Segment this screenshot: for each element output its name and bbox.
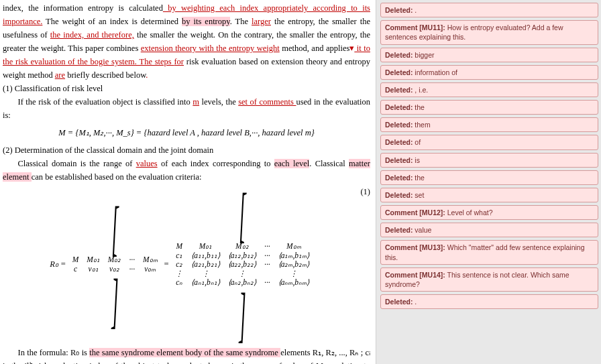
matrix-cell: M (68, 255, 83, 265)
matrix-cell (260, 269, 274, 279)
deleted-balloon[interactable]: Deleted: them (380, 117, 598, 132)
document-body: index, the information entropy is calcul… (0, 0, 376, 364)
paragraph-4: In the formula: R₀ is the same syndrome … (3, 346, 370, 365)
deleted-balloon[interactable]: Deleted: . (380, 3, 598, 17)
balloon-label: Deleted: (385, 121, 413, 129)
paragraph-1: index, the information entropy is calcul… (3, 1, 370, 82)
balloon-label: Deleted: (385, 226, 413, 234)
matrix-right: [ MM₀₁M₀₂···M₀ₘc₁⟨a₁₁,b₁₁⟩⟨a₁₂,b₁₂⟩···⟨a… (171, 188, 313, 342)
deleted-balloon[interactable]: Deleted: . (380, 294, 598, 309)
equation-number: (1) (360, 188, 370, 196)
matrix-cell: M (171, 242, 187, 251)
matrix-cell: ⋮ (224, 269, 260, 279)
balloon-text: , i.e. (413, 86, 428, 94)
matrix-left: [ MM₀₁M₀₂···M₀ₘcv₀₁v₀₂···v₀ₘ ] (68, 201, 162, 328)
deleted-balloon[interactable]: Deleted: of (380, 135, 598, 149)
paragraph-2: If the risk of the evaluation object is … (3, 95, 370, 122)
comment-balloon[interactable]: Comment [MU11]: How is entropy evaluated… (380, 20, 598, 44)
matrix-cell: ⟨a₁₁,b₁₁⟩ (187, 251, 223, 261)
balloon-label: Deleted: (385, 68, 413, 76)
inserted-text: for (174, 57, 184, 66)
comment-balloon[interactable]: Comment [MU13]: Which "matter" add few s… (380, 240, 598, 264)
balloon-label: Comment [MU11]: (385, 23, 445, 32)
matrix-cell: M₀ₘ (139, 255, 162, 265)
matrix-cell: ··· (125, 265, 139, 274)
matrix-cell: cₙ (171, 278, 187, 288)
deleted-balloon[interactable]: Deleted: set (380, 188, 598, 202)
balloon-label: Comment [MU14]: (385, 271, 445, 279)
inserted-text: m (193, 97, 199, 107)
balloon-text: them (413, 121, 430, 129)
matrix-cell: ··· (260, 278, 274, 288)
balloon-text: of (413, 138, 421, 146)
balloon-text: set (413, 191, 424, 199)
deleted-balloon[interactable]: Deleted: the (380, 100, 598, 115)
matrix-cell: ⟨a₂₁,b₂₁⟩ (187, 260, 223, 269)
balloon-text: the (413, 103, 425, 111)
text: In the formula: R₀ is (18, 348, 90, 357)
balloon-label: Deleted: (385, 103, 413, 111)
inserted-text: the index, and therefore, (50, 30, 134, 40)
inserted-text: set of comments (238, 97, 296, 107)
text: . Classical (309, 159, 349, 168)
matrix-cell: ⟨aₙₘ,bₙₘ⟩ (274, 278, 313, 288)
matrix-cell: ··· (260, 260, 274, 269)
deleted-balloon[interactable]: Deleted: bigger (380, 48, 598, 62)
deleted-balloon[interactable]: Deleted: , i.e. (380, 82, 598, 97)
comment-balloon[interactable]: Comment [MU14]: This sentence is not cle… (380, 267, 598, 292)
balloon-text: . (413, 6, 417, 14)
balloon-label: Comment [MU13]: (385, 243, 445, 251)
deleted-balloon[interactable]: Deleted: the (380, 170, 598, 185)
text: Classical domain is the range of (18, 159, 136, 168)
deleted-balloon[interactable]: Deleted: information of (380, 65, 598, 80)
matrix-cell: ⟨a₂ₘ,b₂ₘ⟩ (274, 260, 313, 269)
text: method, and applies (280, 44, 350, 53)
balloon-label: Deleted: (385, 138, 413, 146)
comment-highlight[interactable]: by its entropy (182, 17, 230, 26)
inserted-text: values (136, 159, 158, 168)
balloon-text: bigger (413, 51, 434, 59)
inserted-text: are (55, 70, 65, 80)
matrix-cell: c₂ (171, 260, 187, 269)
heading-1: (1) Classification of risk level (3, 82, 370, 95)
balloon-label: Deleted: (385, 156, 413, 164)
matrix-cell: ⋮ (187, 269, 223, 279)
text: can be established based on the evaluati… (32, 172, 202, 182)
comment-highlight[interactable]: the same syndrome element body of the sa… (89, 348, 280, 357)
deleted-balloon[interactable]: Deleted: value (380, 223, 598, 237)
inserted-text: larger (252, 17, 271, 26)
eq-lhs: R₀ = (50, 259, 66, 269)
balloon-text: the (413, 174, 425, 182)
matrix-cell: ⟨aₙ₁,bₙ₁⟩ (187, 278, 223, 288)
balloon-label: Deleted: (385, 86, 413, 94)
equation-matrix-R0: (1) R₀ = [ MM₀₁M₀₂···M₀ₘcv₀₁v₀₂···v₀ₘ ] … (3, 188, 370, 342)
matrix-cell: M₀₁ (187, 242, 223, 251)
matrix-cell: ⋮ (274, 269, 313, 279)
paragraph-3: Classical domain is the range of values … (3, 157, 370, 184)
comments-pane[interactable]: Deleted: .Comment [MU11]: How is entropy… (376, 0, 601, 364)
text: index, the information entropy is calcul… (3, 3, 163, 13)
matrix-cell: ··· (260, 251, 274, 261)
matrix-cell: ··· (260, 242, 274, 251)
balloon-text: . (413, 298, 417, 306)
comment-balloon[interactable]: Comment [MU12]: Level of what? (380, 205, 598, 220)
deleted-balloon[interactable]: Deleted: is (380, 153, 598, 168)
inserted-text: . (146, 70, 148, 80)
matrix-cell: v₀₁ (83, 265, 104, 274)
balloon-label: Deleted: (385, 6, 413, 14)
balloon-label: Deleted: (385, 51, 413, 59)
heading-2: (2) Determination of the classical domai… (3, 143, 370, 157)
balloon-text: is (413, 156, 420, 164)
text: . The (230, 17, 252, 26)
balloon-text: value (413, 226, 431, 234)
matrix-cell: ⟨a₂₂,b₂₂⟩ (224, 260, 260, 269)
matrix-cell: v₀ₘ (139, 265, 162, 274)
comment-highlight[interactable]: each level (274, 159, 309, 168)
inserted-text: extension theory with the entropy weight (141, 44, 280, 53)
equation-set-M: M = {M₁, M₂,···, M_s} = {hazard level A … (3, 126, 370, 139)
matrix-cell: ⋮ (171, 269, 187, 279)
matrix-cell: ⟨a₁ₘ,b₁ₘ⟩ (274, 251, 313, 261)
matrix-cell: M₀₁ (83, 255, 104, 265)
balloon-text: Level of what? (445, 208, 493, 217)
balloon-label: Deleted: (385, 174, 413, 182)
